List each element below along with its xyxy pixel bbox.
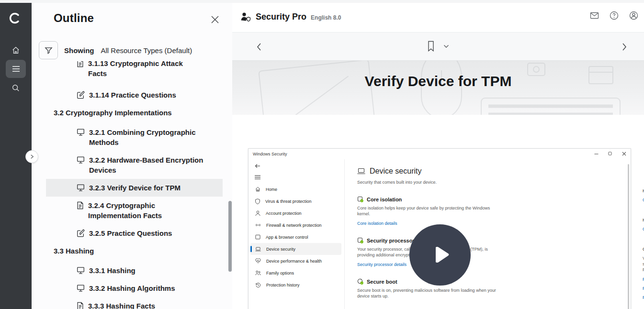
filter-funnel-icon bbox=[44, 46, 53, 55]
maximize-icon bbox=[607, 150, 613, 157]
winsec-section-link: Core isolation details bbox=[357, 221, 505, 226]
outline-item-label: 3.2.4 Cryptographic Implementation Facts bbox=[88, 200, 203, 221]
winsec-nav-item: Home bbox=[250, 183, 341, 195]
course-player-app: 3.1.13 Cryptographic Attack Facts3.1.14 … bbox=[0, 0, 644, 309]
close-icon bbox=[621, 150, 627, 157]
menu-icon bbox=[12, 66, 20, 72]
chevron-right-icon bbox=[29, 154, 34, 159]
security-pro-course-icon bbox=[240, 11, 251, 22]
outline-item-label: 3.1.13 Cryptographic Attack Facts bbox=[88, 61, 203, 78]
winsec-nav-item: Account protection bbox=[250, 207, 341, 219]
panel-expand-button[interactable] bbox=[25, 150, 38, 163]
home-icon bbox=[255, 187, 260, 192]
winsec-nav-item: Firewall & network protection bbox=[250, 219, 341, 231]
outline-section-header: 3.3 Hashing bbox=[54, 242, 227, 260]
lesson-banner: Verify Device for TPM bbox=[232, 61, 644, 115]
winsec-section-title: Security processor bbox=[367, 238, 415, 243]
outline-item-label: 3.2.3 Verify Device for TPM bbox=[89, 183, 204, 193]
appwin-icon bbox=[255, 234, 260, 240]
mail-icon bbox=[589, 11, 599, 21]
lesson-title: Verify Device for TPM bbox=[232, 73, 644, 89]
outline-item[interactable]: 3.1.13 Cryptographic Attack Facts bbox=[46, 61, 223, 82]
outline-item-label: 3.2.1 Combining Cryptographic Methods bbox=[89, 127, 204, 147]
winsec-nav-label: Device security bbox=[266, 247, 295, 252]
course-title: Security Pro bbox=[256, 12, 306, 22]
outline-item[interactable]: 3.3.2 Hashing Algorithms bbox=[46, 279, 223, 297]
outline-panel: 3.1.13 Cryptographic Attack Facts3.1.14 … bbox=[32, 3, 232, 309]
outline-item-label: 3.2.2 Hardware-Based Encryption Devices bbox=[89, 155, 204, 175]
outline-item[interactable]: 3.2.3 Verify Device for TPM bbox=[46, 179, 223, 197]
video-play-button[interactable] bbox=[409, 224, 471, 286]
monitor-icon bbox=[77, 156, 85, 164]
back-arrow-icon bbox=[255, 164, 260, 168]
rail-search-button[interactable] bbox=[6, 79, 26, 97]
filter-button[interactable] bbox=[39, 41, 58, 59]
rail-home-button[interactable] bbox=[6, 41, 26, 59]
bookmark-icon bbox=[426, 40, 436, 53]
outline-item[interactable]: 3.2.2 Hardware-Based Encryption Devices bbox=[46, 151, 223, 179]
menu-icon bbox=[255, 175, 260, 179]
winsec-section-body: Core isolation helps keep your device sa… bbox=[357, 205, 501, 217]
outline-item[interactable]: 3.2.4 Cryptographic Implementation Facts bbox=[46, 197, 223, 224]
winsec-titlebar: Windows Security bbox=[249, 149, 631, 159]
filter-value: All Resource Types (Default) bbox=[101, 46, 192, 55]
winsec-nav-item: Family options bbox=[250, 267, 341, 279]
close-outline-button[interactable] bbox=[210, 14, 220, 25]
winsec-nav-item: Protection history bbox=[250, 279, 341, 291]
next-lesson-button[interactable] bbox=[618, 41, 630, 53]
outline-title: Outline bbox=[54, 11, 94, 25]
outline-item[interactable]: 3.3.1 Hashing bbox=[46, 262, 223, 279]
winsec-nav-label: Firewall & network protection bbox=[266, 223, 322, 228]
outline-item[interactable]: 3.2.5 Practice Questions bbox=[46, 224, 223, 242]
winsec-nav-item: Device security bbox=[250, 243, 341, 255]
chevron-right-icon bbox=[618, 41, 630, 53]
document-icon bbox=[77, 302, 84, 309]
home-icon bbox=[11, 46, 20, 55]
outline-item-label: 3.3.2 Hashing Algorithms bbox=[89, 283, 204, 293]
help-button[interactable] bbox=[609, 11, 619, 21]
filter-showing-label: Showing bbox=[64, 46, 94, 55]
outline-item-label: 3.1.14 Practice Questions bbox=[89, 90, 204, 100]
wifi-icon bbox=[255, 222, 261, 228]
account-button[interactable] bbox=[629, 11, 639, 21]
bookmark-button[interactable] bbox=[426, 40, 436, 53]
outline-item[interactable]: 3.3.3 Hashing Facts bbox=[46, 297, 223, 309]
chevron-down-icon bbox=[443, 44, 449, 48]
edit-icon bbox=[77, 91, 85, 99]
bookmark-menu-button[interactable] bbox=[443, 44, 449, 48]
monitor-icon bbox=[77, 128, 85, 136]
course-language-version: English 8.0 bbox=[311, 14, 341, 21]
lesson-navbar bbox=[232, 33, 644, 61]
outline-item[interactable]: 3.2.1 Combining Cryptographic Methods bbox=[46, 123, 223, 151]
account-icon bbox=[629, 11, 639, 21]
monitor-icon bbox=[77, 284, 85, 292]
health-icon bbox=[255, 258, 261, 264]
rail-outline-button[interactable] bbox=[6, 60, 26, 78]
winsec-page-subtitle: Security that comes built into your devi… bbox=[357, 180, 505, 185]
outline-header: Outline Showing All Resource Types (Defa… bbox=[32, 3, 232, 61]
course-header: Security Pro English 8.0 bbox=[232, 3, 644, 33]
winsec-content: Device security Security that comes buil… bbox=[344, 159, 631, 309]
outline-item[interactable]: 3.1.14 Practice Questions bbox=[46, 86, 223, 104]
winsec-nav-item: App & browser control bbox=[250, 231, 341, 243]
winsec-nav-label: Device performance & health bbox=[266, 259, 322, 264]
document-icon bbox=[77, 61, 84, 67]
winsec-nav-label: Family options bbox=[266, 271, 294, 276]
winsec-nav-item: Device performance & health bbox=[250, 255, 341, 267]
laptop-icon bbox=[255, 247, 261, 252]
winsec-nav-label: Account protection bbox=[266, 211, 302, 216]
outline-list: 3.1.13 Cryptographic Attack Facts3.1.14 … bbox=[32, 61, 227, 309]
search-icon bbox=[11, 84, 20, 92]
winsec-nav-label: Home bbox=[266, 187, 277, 192]
family-icon bbox=[255, 270, 261, 276]
winsec-nav-label: App & browser control bbox=[266, 235, 308, 240]
circlecheck-icon bbox=[357, 278, 363, 285]
winsec-section: Core isolationCore isolation helps keep … bbox=[357, 196, 505, 226]
previous-lesson-button[interactable] bbox=[254, 41, 265, 53]
person-icon bbox=[255, 210, 260, 216]
chipcheck-icon bbox=[357, 237, 363, 243]
outline-scrollbar-thumb[interactable] bbox=[228, 201, 232, 272]
messages-button[interactable] bbox=[589, 11, 599, 21]
help-icon bbox=[609, 11, 619, 21]
winsec-nav-item: Virus & threat protection bbox=[250, 195, 341, 207]
